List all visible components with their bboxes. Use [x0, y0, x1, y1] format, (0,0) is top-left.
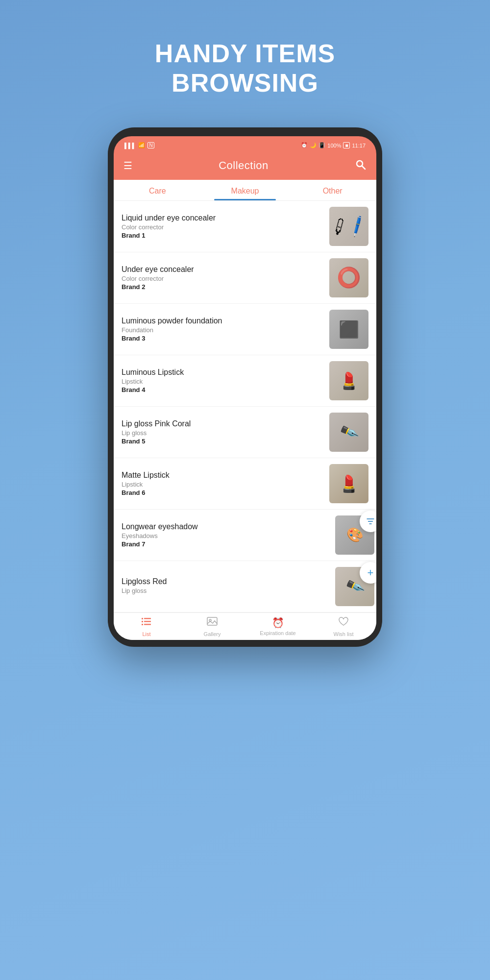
- product-category: Lip gloss: [122, 587, 323, 594]
- svg-line-1: [362, 166, 365, 169]
- nav-list-label: List: [142, 631, 150, 637]
- expiration-icon: ⏰: [272, 617, 284, 629]
- tab-care[interactable]: Care: [114, 180, 201, 200]
- list-item[interactable]: Luminous Lipstick Lipstick Brand 4 💄: [114, 355, 376, 407]
- nav-list[interactable]: List: [114, 617, 179, 637]
- clock: 11:17: [352, 143, 366, 148]
- battery-percent: 100%: [327, 143, 341, 148]
- product-info: Matte Lipstick Lipstick Brand 6: [122, 471, 323, 496]
- list-item[interactable]: Lip gloss Pink Coral Lip gloss Brand 5 ✒…: [114, 407, 376, 458]
- hamburger-icon[interactable]: ☰: [123, 160, 132, 172]
- hero-title: HANDY ITEMS BROWSING: [155, 39, 335, 98]
- status-right: ⏰ 🌙 📳 100% ■ 11:17: [301, 142, 366, 148]
- product-category: Color corrector: [122, 223, 323, 231]
- product-brand: Brand 6: [122, 489, 323, 496]
- nav-wishlist[interactable]: Wish list: [311, 617, 376, 637]
- status-left: ▌▌▌ 📶 N: [124, 142, 154, 148]
- product-brand: Brand 7: [122, 540, 323, 548]
- list-item[interactable]: Liquid under eye concealer Color correct…: [114, 201, 376, 252]
- product-thumbnail: 💄: [329, 464, 368, 503]
- svg-rect-5: [142, 618, 143, 619]
- product-name: Luminous Lipstick: [122, 368, 323, 377]
- alarm-icon: ⏰: [301, 142, 308, 148]
- product-category: Lip gloss: [122, 429, 323, 437]
- product-info: Liquid under eye concealer Color correct…: [122, 214, 323, 239]
- product-brand: Brand 3: [122, 335, 323, 342]
- product-thumbnail: ⭕: [329, 258, 368, 297]
- battery-icon: ■: [343, 142, 350, 148]
- wishlist-icon: [338, 617, 349, 630]
- product-name: Luminous powder foundation: [122, 317, 323, 325]
- nfc-icon: N: [147, 142, 154, 148]
- product-category: Color corrector: [122, 275, 323, 282]
- product-name: Lip gloss Pink Coral: [122, 419, 323, 428]
- product-list: Liquid under eye concealer Color correct…: [114, 201, 376, 612]
- product-thumbnail: 💄: [329, 361, 368, 400]
- moon-icon: 🌙: [310, 142, 317, 148]
- nav-expiration-label: Expiration date: [260, 630, 295, 636]
- svg-rect-11: [207, 617, 217, 625]
- app-bar-title: Collection: [219, 159, 269, 172]
- svg-rect-8: [144, 621, 151, 622]
- list-item[interactable]: Under eye concealer Color corrector Bran…: [114, 252, 376, 304]
- list-item[interactable]: Matte Lipstick Lipstick Brand 6 💄: [114, 458, 376, 510]
- product-info: Lip gloss Pink Coral Lip gloss Brand 5: [122, 419, 323, 445]
- product-info: Under eye concealer Color corrector Bran…: [122, 265, 323, 291]
- list-item[interactable]: Longwear eyeshadow Eyeshadows Brand 7 🎨: [114, 510, 376, 561]
- product-thumbnail: ⬛: [329, 310, 368, 349]
- list-icon: [141, 617, 152, 630]
- product-name: Under eye concealer: [122, 265, 323, 274]
- product-info: Longwear eyeshadow Eyeshadows Brand 7: [122, 522, 323, 548]
- product-info: Lipgloss Red Lip gloss: [122, 577, 323, 595]
- tabs: Care Makeup Other: [114, 180, 376, 201]
- product-brand: Brand 4: [122, 386, 323, 393]
- product-category: Foundation: [122, 326, 323, 334]
- list-item[interactable]: Luminous powder foundation Foundation Br…: [114, 304, 376, 355]
- nav-wishlist-label: Wish list: [334, 631, 354, 637]
- product-info: Luminous Lipstick Lipstick Brand 4: [122, 368, 323, 393]
- status-bar: ▌▌▌ 📶 N ⏰ 🌙 📳 100% ■ 11:17: [114, 136, 376, 154]
- tab-makeup[interactable]: Makeup: [201, 180, 289, 200]
- bottom-nav: List Gallery ⏰ Expiration date: [114, 612, 376, 640]
- svg-rect-9: [142, 624, 143, 625]
- product-name: Liquid under eye concealer: [122, 214, 323, 222]
- wifi-icon: 📶: [138, 142, 145, 148]
- app-bar: ☰ Collection: [114, 154, 376, 180]
- fab-filter-button[interactable]: [360, 511, 376, 532]
- nav-gallery-label: Gallery: [204, 631, 221, 637]
- tab-other[interactable]: Other: [289, 180, 376, 200]
- signal-icon: ▌▌▌: [124, 143, 136, 148]
- svg-rect-7: [142, 621, 143, 622]
- svg-rect-6: [144, 618, 151, 619]
- product-info: Luminous powder foundation Foundation Br…: [122, 317, 323, 342]
- product-brand: Brand 1: [122, 232, 323, 239]
- product-category: Eyeshadows: [122, 532, 323, 539]
- product-name: Matte Lipstick: [122, 471, 323, 480]
- product-thumbnail: 🖊: [329, 207, 368, 246]
- product-brand: Brand 5: [122, 438, 323, 445]
- nav-gallery[interactable]: Gallery: [179, 617, 245, 637]
- product-brand: Brand 2: [122, 283, 323, 291]
- screen: Care Makeup Other Liquid under eye conce…: [114, 180, 376, 640]
- product-category: Lipstick: [122, 378, 323, 385]
- list-item[interactable]: Lipgloss Red Lip gloss ✒️ +: [114, 561, 376, 612]
- fab-add-button[interactable]: +: [360, 562, 376, 584]
- search-icon[interactable]: [355, 159, 367, 173]
- gallery-icon: [207, 617, 218, 630]
- product-name: Longwear eyeshadow: [122, 522, 323, 531]
- svg-rect-10: [144, 624, 151, 625]
- product-name: Lipgloss Red: [122, 577, 323, 586]
- phone-shell: ▌▌▌ 📶 N ⏰ 🌙 📳 100% ■ 11:17 ☰ Collection …: [108, 127, 382, 647]
- vibrate-icon: 📳: [318, 142, 325, 148]
- product-category: Lipstick: [122, 481, 323, 488]
- nav-expiration[interactable]: ⏰ Expiration date: [245, 617, 311, 637]
- product-thumbnail: ✒️: [329, 413, 368, 452]
